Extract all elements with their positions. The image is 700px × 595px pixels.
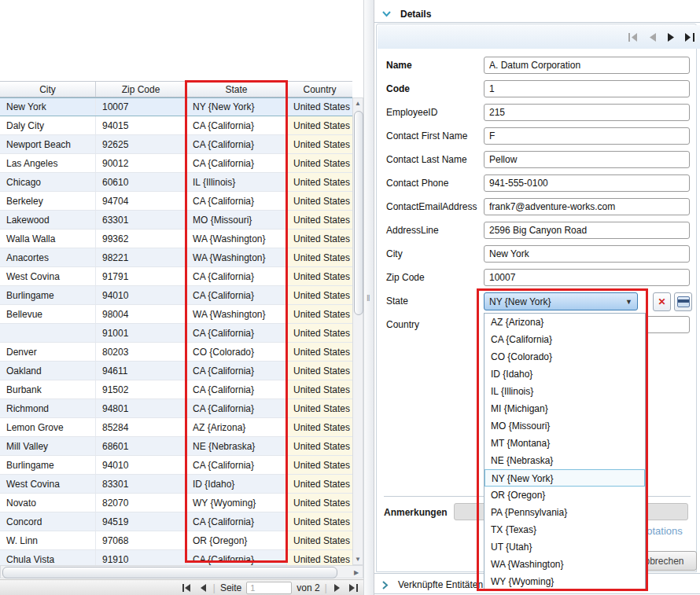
state-option[interactable]: MO {Missouri} (484, 417, 645, 435)
cell-country: United States (287, 437, 352, 455)
scroll-up-icon[interactable]: ▲ (353, 100, 363, 107)
field-input-contact-phone[interactable] (484, 174, 690, 192)
table-row[interactable]: Denver80203CO {Colorado}United States (0, 343, 352, 362)
field-input-code[interactable] (484, 80, 690, 97)
scroll-down-icon[interactable]: ▼ (353, 556, 363, 563)
table-row[interactable]: Bellevue98004WA {Washington}United State… (0, 305, 352, 324)
state-option[interactable]: NE {Nebraska} (484, 452, 645, 469)
cell-country: United States (287, 399, 352, 417)
state-option[interactable]: TX {Texas} (484, 521, 645, 538)
annotations-link[interactable]: notations (641, 525, 683, 537)
first-record-button[interactable] (628, 31, 639, 42)
column-header-state[interactable]: State (186, 82, 287, 97)
field-input-contact-last-name[interactable] (484, 151, 690, 168)
state-option[interactable]: PA {Pennsylvania} (484, 504, 645, 521)
cell-state: CA {California} (186, 286, 287, 304)
table-row[interactable]: Burbank91502CA {California}United States (0, 380, 352, 399)
table-row[interactable]: Mill Valley68601NE {Nebraska}United Stat… (0, 437, 352, 456)
state-option[interactable]: WY {Wyoming} (484, 573, 645, 590)
table-row[interactable]: Chula Vista91910CA {California}United St… (0, 550, 352, 565)
state-option[interactable]: NY {New York} (484, 469, 645, 487)
prev-page-button[interactable] (197, 583, 208, 593)
last-page-button[interactable] (348, 583, 359, 593)
next-record-button[interactable] (665, 31, 676, 42)
table-row[interactable]: Berkeley94704CA {California}United State… (0, 192, 352, 211)
state-option[interactable]: CA {California} (484, 331, 645, 348)
field-row-addressline: AddressLine (377, 222, 698, 241)
field-row-contact-last-name: Contact Last Name (377, 151, 698, 170)
horizontal-scrollbar[interactable]: ▶ (0, 565, 363, 578)
page-number-input[interactable] (246, 582, 292, 594)
details-expander[interactable]: Details (376, 6, 698, 22)
field-input-contactemailaddress[interactable] (484, 198, 690, 215)
column-header-city[interactable]: City (0, 82, 96, 97)
state-option[interactable]: AZ {Arizona} (484, 314, 645, 331)
state-option[interactable]: WA {Washington} (484, 556, 645, 573)
cell-state: CA {California} (186, 380, 287, 399)
field-row-zip-code: Zip Code (377, 269, 698, 288)
cell-city: Bellevue (0, 305, 96, 323)
next-page-button[interactable] (332, 583, 343, 593)
table-row[interactable]: Anacortes98221WA {Washington}United Stat… (0, 248, 352, 267)
field-row-name: Name (377, 57, 698, 75)
field-input-zip-code[interactable] (484, 269, 690, 286)
cell-zip: 94010 (96, 456, 186, 474)
last-record-button[interactable] (684, 31, 695, 42)
field-input-employeeid[interactable] (484, 104, 690, 121)
vertical-scrollbar-thumb[interactable] (354, 111, 363, 315)
field-row-code: Code (377, 80, 698, 99)
cell-state: CA {California} (186, 116, 287, 134)
table-row[interactable]: West Covina83301ID {Idaho}United States (0, 475, 352, 494)
first-page-button[interactable] (182, 583, 193, 593)
cell-city: Chicago (0, 173, 96, 191)
table-row[interactable]: Burlingame94010CA {California}United Sta… (0, 286, 352, 305)
table-row[interactable]: Newport Beach92625CA {California}United … (0, 135, 352, 154)
field-input-addressline[interactable] (484, 222, 690, 239)
vertical-scrollbar[interactable]: ▲ ▼ (352, 97, 363, 565)
table-row[interactable]: Richmond94801CA {California}United State… (0, 399, 352, 418)
cell-zip: 94704 (96, 192, 186, 210)
table-row[interactable]: W. Linn97068OR {Oregon}United States (0, 531, 352, 550)
state-combobox[interactable]: NY {New York} ▼ (484, 292, 638, 310)
cell-country: United States (287, 135, 352, 153)
table-row[interactable]: West Covina91791CA {California}United St… (0, 267, 352, 286)
state-option[interactable]: MI {Michigan} (484, 400, 645, 417)
table-row[interactable]: Daly City94015CA {California}United Stat… (0, 116, 352, 135)
table-row[interactable]: New York10007NY {New York}United States (0, 97, 352, 116)
cell-zip: 91502 (96, 380, 186, 399)
field-input-contact-first-name[interactable] (484, 127, 690, 145)
cell-state: WA {Washington} (186, 230, 287, 248)
state-option[interactable]: CO {Colorado} (484, 348, 645, 365)
table-row[interactable]: Walla Walla99362WA {Washington}United St… (0, 230, 352, 248)
prev-page-icon (200, 584, 206, 592)
state-option[interactable]: IL {Illinois} (484, 383, 645, 400)
state-option[interactable]: UT {Utah} (484, 538, 645, 556)
table-row[interactable]: Lakewood63301MO {Missouri}United States (0, 211, 352, 230)
field-input-city[interactable] (484, 245, 690, 263)
horizontal-scrollbar-thumb[interactable] (2, 567, 337, 578)
table-row[interactable]: Lemon Grove85284AZ {Arizona}United State… (0, 418, 352, 437)
state-option[interactable]: MT {Montana} (484, 435, 645, 452)
column-header-country[interactable]: Country (287, 82, 352, 97)
state-option[interactable]: ID {Idaho} (484, 365, 645, 383)
cell-country: United States (287, 380, 352, 399)
table-row[interactable]: Oakland94611CA {California}United States (0, 362, 352, 380)
table-row[interactable]: 91001CA {California}United States (0, 324, 352, 343)
state-option[interactable]: OR {Oregon} (484, 487, 645, 504)
open-lookup-button[interactable] (674, 292, 692, 311)
cell-state: CA {California} (186, 135, 287, 153)
clear-state-button[interactable]: ✕ (653, 292, 671, 311)
cell-country: United States (287, 343, 352, 361)
last-record-icon (685, 33, 694, 42)
table-row[interactable]: Burlingame94010CA {California}United Sta… (0, 456, 352, 475)
scroll-right-icon[interactable]: ▶ (352, 569, 361, 576)
panel-splitter[interactable]: ‖ (363, 0, 374, 595)
cell-city: Berkeley (0, 192, 96, 210)
table-row[interactable]: Novato82070WY {Wyoming}United States (0, 494, 352, 512)
field-input-name[interactable] (484, 57, 690, 74)
column-header-zip-code[interactable]: Zip Code (96, 82, 186, 97)
table-row[interactable]: Las Angeles90012CA {California}United St… (0, 154, 352, 173)
table-row[interactable]: Concord94519CA {California}United States (0, 512, 352, 531)
table-row[interactable]: Chicago60610IL {Illinois}United States (0, 173, 352, 192)
prev-record-button[interactable] (647, 31, 658, 42)
